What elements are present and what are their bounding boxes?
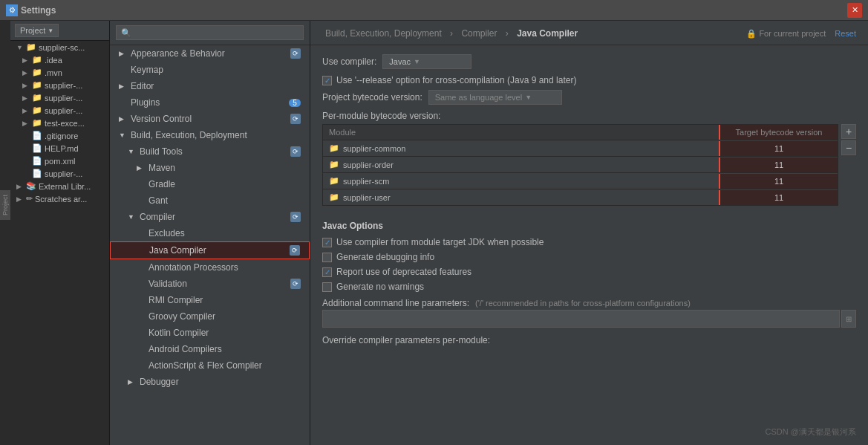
compiler-select[interactable]: Javac ▼ [382,54,471,69]
nav-item-label: Gant [149,195,168,206]
javac-options-section: Javac Options Use compiler from module t… [322,221,856,328]
table-row[interactable]: 📁 supplier-user 11 [323,189,838,205]
nav-item-annotation[interactable]: Annotation Processors [110,259,310,276]
reset-link[interactable]: Reset [835,29,856,38]
nav-sync-icon: ⟳ [290,245,300,256]
nav-item-label: Compiler [140,212,175,222]
tree-item-supplier2[interactable]: ▶ 📁 supplier-... [10,91,109,104]
tree-item-external[interactable]: ▶ 📚 External Libr... [10,180,109,192]
compiler-value: Javac [389,57,411,66]
additional-params-hint: ('/' recommended in paths for cross-plat… [475,299,691,308]
nav-item-excludes[interactable]: Excludes [110,225,310,241]
nav-item-rmi[interactable]: RMI Compiler [110,292,310,308]
tree-item-gitignore[interactable]: 📄 .gitignore [10,129,109,142]
nav-item-vcs[interactable]: ▶ Version Control ⟳ [110,111,310,127]
project-bytecode-label: Project bytecode version: [322,92,422,103]
nav-item-appearance[interactable]: ▶ Appearance & Behavior ⟳ [110,45,310,62]
no-warnings-checkbox[interactable] [322,282,332,292]
nav-item-compiler[interactable]: ▼ Compiler ⟳ [110,209,310,225]
tree-item-label: supplier-... [45,169,82,178]
breadcrumb-current: Java Compiler [517,28,578,39]
additional-params-input-row: ⊞ [322,310,856,328]
tree-item-scratches[interactable]: ▶ ✏ Scratches ar... [10,192,109,205]
nav-item-java-compiler[interactable]: Java Compiler ⟳ [110,241,310,259]
tree-item-label: .gitignore [45,131,78,140]
nav-item-editor[interactable]: ▶ Editor [110,78,310,94]
use-module-jdk-label: Use compiler from module target JDK when… [336,237,544,247]
tree-item-label: supplier-sc... [39,43,85,52]
select-arrow-icon: ▼ [414,58,420,65]
tree-item-test[interactable]: ▶ 📁 test-exce... [10,117,109,129]
module-name-3: 📁 supplier-scm [323,173,719,189]
table-row[interactable]: 📁 supplier-scm 11 [323,173,838,189]
remove-module-button[interactable]: − [841,140,856,155]
file-icon: 📄 [32,156,42,166]
col-target-version: Target bytecode version [719,125,838,140]
nav-item-maven[interactable]: ▶ Maven [110,160,310,176]
nav-item-build-tools[interactable]: ▼ Build Tools ⟳ [110,143,310,160]
nav-item-keymap[interactable]: Keymap [110,62,310,78]
breadcrumb-sep1: › [450,28,455,39]
search-box [110,21,310,45]
content-body: Use compiler: Javac ▼ Use '--release' op… [310,45,868,445]
nav-item-label: Annotation Processors [149,262,238,273]
search-input[interactable] [116,25,304,40]
tree-item-mvn[interactable]: ▶ 📁 .mvn [10,66,109,79]
expand-button[interactable]: ⊞ [841,310,856,328]
javac-options-title: Javac Options [322,221,856,231]
tree-item-help[interactable]: 📄 HELP.md [10,142,109,155]
file-tree: ▼ 📁 supplier-sc... ▶ 📁 .idea ▶ 📁 .mvn ▶ … [10,41,109,445]
nav-item-gradle[interactable]: Gradle [110,176,310,192]
nav-item-label: Version Control [131,114,192,124]
nav-item-actionscript[interactable]: ActionScript & Flex Compiler [110,357,310,374]
tree-item-root[interactable]: ▼ 📁 supplier-sc... [10,41,109,53]
table-row[interactable]: 📁 supplier-order 11 [323,157,838,173]
tree-item-idea[interactable]: ▶ 📁 .idea [10,53,109,66]
nav-item-kotlin[interactable]: Kotlin Compiler [110,325,310,341]
nav-item-label: Java Compiler [149,245,206,256]
tree-item-label: supplier-... [45,94,82,103]
nav-arrow-icon: ▶ [119,82,128,90]
generate-debug-checkbox[interactable] [322,253,332,262]
tree-item-supplier3[interactable]: ▶ 📁 supplier-... [10,104,109,117]
nav-item-label: Keymap [131,65,163,75]
vertical-project-tab[interactable]: Project [0,190,10,220]
select-arrow-icon: ▼ [525,94,532,101]
tree-item-pom[interactable]: 📄 pom.xml [10,155,109,167]
override-params-label: Override compiler parameters per-module: [322,335,856,345]
module-table: Module Target bytecode version 📁 supplie… [322,124,838,206]
table-row[interactable]: 📁 supplier-common 11 [323,140,838,157]
nav-item-groovy[interactable]: Groovy Compiler [110,308,310,325]
report-deprecated-checkbox[interactable] [322,267,332,277]
project-dropdown-label: Project [20,26,45,35]
project-dropdown[interactable]: Project ▼ [15,24,59,37]
additional-params-input[interactable] [322,310,840,328]
plugins-badge: 5 [289,99,301,107]
use-release-checkbox[interactable] [322,76,332,85]
nav-item-label: Gradle [149,179,175,189]
nav-item-debugger[interactable]: ▶ Debugger [110,374,310,390]
nav-item-label: RMI Compiler [149,295,203,305]
nav-item-plugins[interactable]: Plugins 5 [110,94,310,111]
nav-arrow-icon: ▶ [119,115,128,123]
nav-item-validation[interactable]: Validation ⟳ [110,276,310,292]
tree-item-supplier-file[interactable]: 📄 supplier-... [10,167,109,180]
nav-item-android[interactable]: Android Compilers [110,341,310,357]
breadcrumb: Build, Execution, Deployment › Compiler … [322,28,581,39]
tree-item-label: .mvn [45,68,62,77]
nav-item-build[interactable]: ▼ Build, Execution, Deployment [110,127,310,143]
generate-debug-label: Generate debugging info [336,252,434,262]
close-button[interactable]: ✕ [847,3,862,18]
tree-arrow-icon: ▶ [22,120,30,127]
bytecode-version-select[interactable]: Same as language level ▼ [428,90,562,105]
nav-item-label: Groovy Compiler [149,311,215,322]
title-bar-text: Settings [21,5,56,16]
use-module-jdk-checkbox[interactable] [322,238,332,247]
header-actions: 🔒 For current project Reset [746,29,856,39]
add-module-button[interactable]: + [841,124,856,139]
nav-item-gant[interactable]: Gant [110,192,310,209]
tree-item-label: HELP.md [45,144,79,153]
tree-item-supplier1[interactable]: ▶ 📁 supplier-... [10,79,109,91]
nav-sync-icon: ⟳ [290,212,301,222]
col-module: Module [323,125,719,140]
